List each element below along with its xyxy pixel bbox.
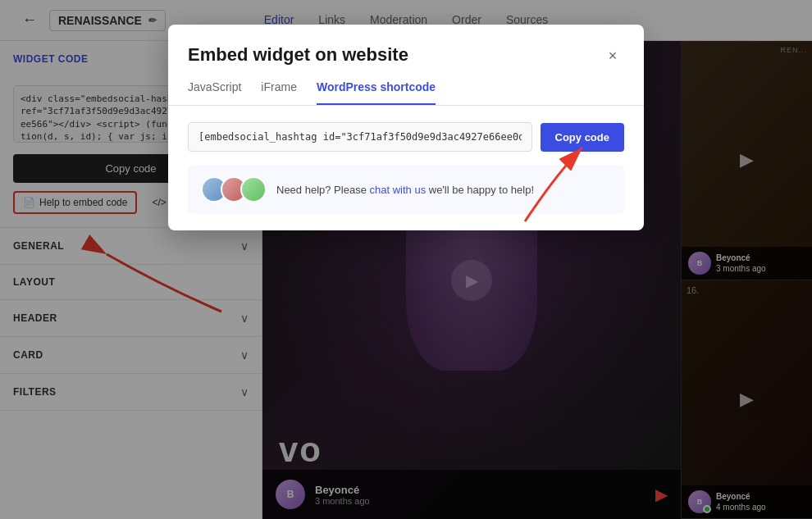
help-row: Need help? Please chat with us we'll be … xyxy=(188,165,624,214)
wordpress-code-input[interactable] xyxy=(188,122,532,152)
main-layout: WIDGET CODE ∧ <div class="embedsocial-ha… xyxy=(0,41,812,519)
modal-tabs: JavaScript iFrame WordPress shortcode xyxy=(168,67,644,106)
help-text: Need help? Please chat with us we'll be … xyxy=(276,184,534,196)
code-input-row: Copy code xyxy=(188,122,624,152)
modal-tab-wordpress[interactable]: WordPress shortcode xyxy=(317,80,436,105)
modal-body: Copy code Need help? Please chat with us… xyxy=(168,106,644,230)
help-text-after: we'll be happy to help! xyxy=(426,184,534,196)
modal-tab-javascript[interactable]: JavaScript xyxy=(188,80,241,105)
modal-close-button[interactable]: × xyxy=(601,44,624,67)
chat-us-link[interactable]: chat with us xyxy=(369,184,426,196)
modal-title: Embed widget on website xyxy=(188,44,408,66)
modal-overlay: Embed widget on website × JavaScript iFr… xyxy=(0,0,812,519)
embed-modal: Embed widget on website × JavaScript iFr… xyxy=(168,25,644,230)
help-avatars xyxy=(201,176,267,203)
help-avatar-3 xyxy=(240,176,267,203)
modal-header: Embed widget on website × xyxy=(168,25,644,67)
modal-tab-iframe[interactable]: iFrame xyxy=(261,80,297,105)
help-text-before: Need help? Please xyxy=(276,184,369,196)
modal-copy-button[interactable]: Copy code xyxy=(541,123,624,152)
